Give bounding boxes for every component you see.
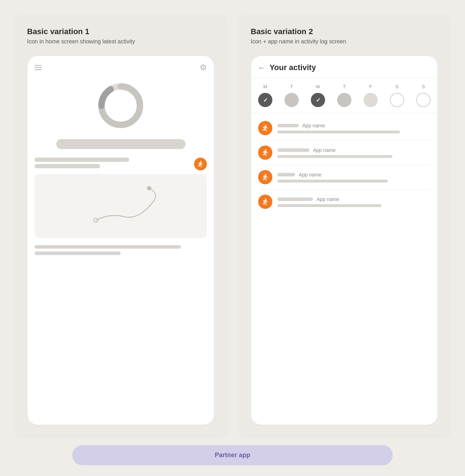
hamburger-icon[interactable] — [35, 65, 42, 70]
back-arrow-icon[interactable]: ← — [258, 64, 265, 72]
progress-bar-placeholder — [56, 139, 186, 149]
activity-text-1: App name — [277, 123, 430, 133]
svg-point-4 — [147, 186, 151, 190]
donut-chart — [35, 81, 207, 131]
day-label-t1: T — [284, 84, 299, 89]
activity-item-3: App name — [258, 165, 430, 190]
variation-1-panel: Basic variation 1 Icon in home screen sh… — [14, 14, 227, 438]
activity-bar-3 — [277, 173, 295, 176]
activity-item-2: App name — [258, 141, 430, 165]
activity-icon-3 — [258, 170, 272, 184]
activity-item-4: App name — [258, 190, 430, 214]
activity-sub-bar-2 — [277, 155, 392, 158]
day-circles-row: ✓ ✓ — [258, 93, 430, 107]
activity-bar-1 — [277, 124, 299, 127]
variation-2-title: Basic variation 2 — [251, 27, 438, 36]
day-labels-row: M T W T F S S — [258, 84, 430, 89]
activity-list: App name App name — [251, 113, 438, 217]
day-label-s2: S — [416, 84, 430, 89]
day-label-t2: T — [337, 84, 351, 89]
partner-app-pill[interactable]: Partner app — [72, 445, 393, 465]
day-selector: M T W T F S S ✓ ✓ — [251, 78, 438, 113]
day-circle-t1[interactable] — [284, 93, 299, 107]
activity-badge-v1 — [194, 158, 207, 170]
phone-1-header: ⚙ — [35, 63, 207, 72]
day-label-f: F — [364, 84, 378, 89]
phone-mockup-2: ← Your activity M T W T F S S ✓ ✓ — [251, 55, 438, 425]
day-circle-m[interactable]: ✓ — [258, 93, 272, 107]
activity-bar-2 — [277, 148, 309, 152]
day-label-w: W — [311, 84, 325, 89]
bottom-bars — [35, 245, 207, 255]
activity-text-4: App name — [277, 196, 430, 207]
map-placeholder — [35, 174, 207, 238]
variation-2-panel: Basic variation 2 Icon + app name in act… — [238, 14, 451, 438]
phone-mockup-1: ⚙ — [27, 55, 214, 425]
bottom-bar-short — [35, 252, 121, 255]
activity-sub-bar-1 — [277, 131, 400, 133]
variation-1-title: Basic variation 1 — [27, 27, 214, 36]
stat-row — [35, 158, 207, 168]
day-circle-t2[interactable] — [337, 93, 351, 107]
activity-icon-2 — [258, 146, 272, 160]
activity-bar-4 — [277, 197, 313, 201]
day-label-m: M — [258, 84, 272, 89]
bottom-bar-long — [35, 245, 181, 249]
activity-name-2: App name — [313, 147, 336, 153]
day-circle-s1[interactable] — [390, 93, 404, 107]
activity-icon-1 — [258, 121, 272, 135]
activity-name-1: App name — [302, 123, 325, 128]
activity-item-1: App name — [258, 116, 430, 141]
phone-2-header: ← Your activity — [251, 56, 438, 78]
stat-line-medium — [35, 164, 100, 168]
activity-sub-bar-4 — [277, 204, 381, 207]
activity-sub-bar-3 — [277, 180, 388, 183]
variation-2-subtitle: Icon + app name in activity log screen — [251, 38, 438, 45]
stat-line-wide — [35, 158, 129, 162]
screen-title: Your activity — [270, 63, 316, 72]
activity-text-3: App name — [277, 172, 430, 183]
day-circle-w[interactable]: ✓ — [311, 93, 325, 107]
gear-icon[interactable]: ⚙ — [200, 63, 207, 72]
activity-icon-4 — [258, 195, 272, 209]
activity-name-3: App name — [299, 172, 322, 178]
partner-app-bar: Partner app — [14, 438, 451, 476]
day-circle-s2[interactable] — [416, 93, 430, 107]
activity-text-2: App name — [277, 147, 430, 158]
variation-1-subtitle: Icon in home screen showing latest activ… — [27, 38, 214, 45]
day-circle-f[interactable] — [364, 93, 378, 107]
day-label-s1: S — [390, 84, 404, 89]
activity-name-4: App name — [317, 196, 339, 202]
